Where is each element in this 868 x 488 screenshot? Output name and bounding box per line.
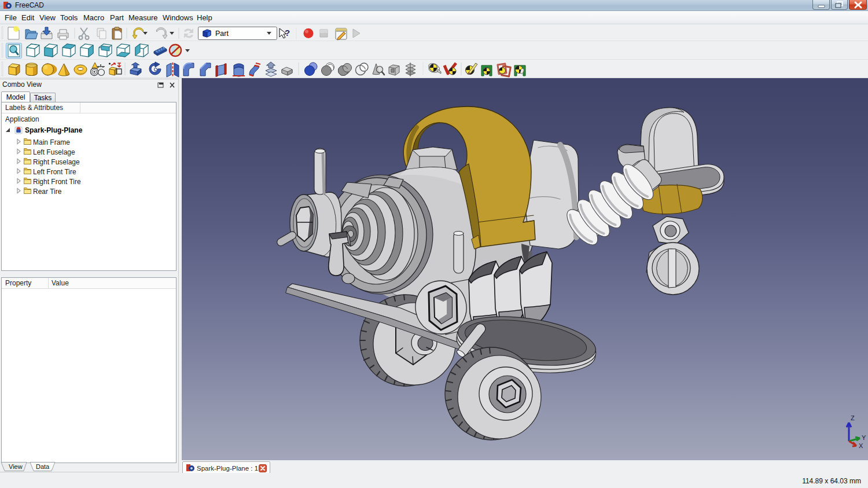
- svg-text:Data: Data: [36, 463, 50, 470]
- svg-text:Part: Part: [215, 30, 229, 38]
- svg-text:Y: Y: [862, 434, 866, 441]
- svg-text:X: X: [859, 442, 863, 449]
- svg-text:?: ?: [285, 28, 290, 38]
- svg-text:Z: Z: [851, 414, 855, 421]
- svg-text:View: View: [9, 463, 23, 470]
